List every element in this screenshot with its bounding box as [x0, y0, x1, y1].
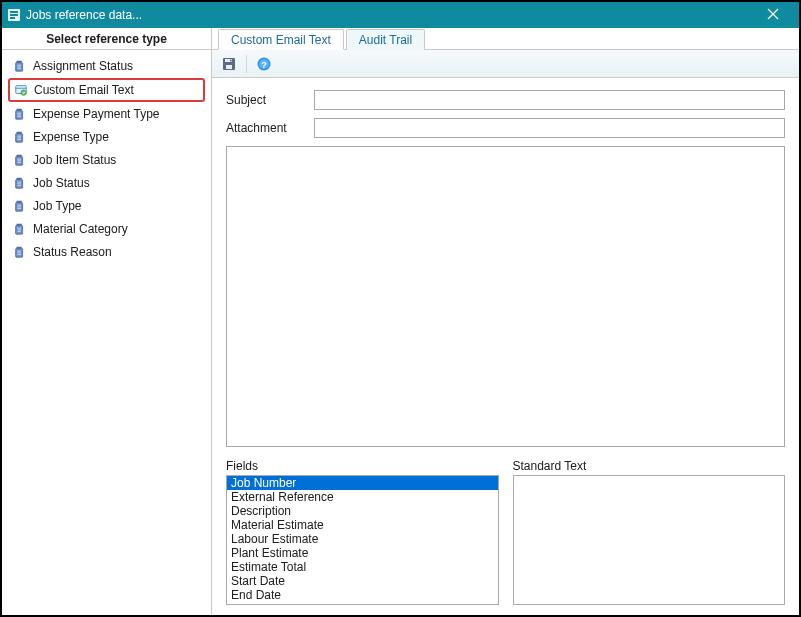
svg-rect-1 — [10, 11, 18, 13]
sidebar-item-assignment-status[interactable]: Assignment Status — [8, 55, 205, 77]
app-icon — [6, 7, 22, 23]
fields-column: Fields Job NumberExternal ReferenceDescr… — [226, 459, 499, 605]
sidebar-item-job-type[interactable]: Job Type — [8, 195, 205, 217]
svg-text:?: ? — [261, 59, 267, 69]
help-icon: ? — [256, 56, 272, 72]
reference-icon — [13, 245, 27, 259]
tab-strip: Custom Email TextAudit Trail — [212, 28, 799, 50]
sidebar-item-expense-type[interactable]: Expense Type — [8, 126, 205, 148]
fields-option[interactable]: Plant Estimate — [227, 546, 498, 560]
sidebar-item-job-item-status[interactable]: Job Item Status — [8, 149, 205, 171]
fields-option[interactable]: Estimate Total — [227, 560, 498, 574]
toolbar: ? — [212, 50, 799, 78]
fields-option[interactable]: End Date — [227, 588, 498, 602]
fields-label: Fields — [226, 459, 499, 473]
fields-option[interactable]: Start Date — [227, 574, 498, 588]
standard-text-textarea[interactable] — [513, 475, 786, 605]
reference-icon — [13, 130, 27, 144]
reference-icon — [13, 222, 27, 236]
reference-icon — [13, 153, 27, 167]
reference-icon — [13, 176, 27, 190]
attachment-row: Attachment — [226, 118, 785, 138]
reference-icon — [13, 59, 27, 73]
standard-text-label: Standard Text — [513, 459, 786, 473]
svg-rect-43 — [230, 59, 232, 61]
sidebar-item-label: Job Status — [33, 176, 90, 190]
sidebar: Select reference type Assignment StatusC… — [2, 28, 212, 615]
save-button[interactable] — [218, 53, 240, 75]
tab-custom-email-text[interactable]: Custom Email Text — [218, 29, 344, 50]
sidebar-item-expense-payment-type[interactable]: Expense Payment Type — [8, 103, 205, 125]
sidebar-item-label: Assignment Status — [33, 59, 133, 73]
lower-panels: Fields Job NumberExternal ReferenceDescr… — [226, 459, 785, 605]
tab-content: Subject Attachment Fields Job NumberExte… — [212, 78, 799, 615]
window: Jobs reference data... Select reference … — [0, 0, 801, 617]
right-pane: Custom Email TextAudit Trail ? — [212, 28, 799, 615]
window-title: Jobs reference data... — [26, 8, 142, 22]
subject-row: Subject — [226, 90, 785, 110]
subject-label: Subject — [226, 93, 306, 107]
sidebar-item-label: Job Type — [33, 199, 81, 213]
standard-text-column: Standard Text — [513, 459, 786, 605]
attachment-input[interactable] — [314, 118, 785, 138]
fields-option[interactable]: External Reference — [227, 490, 498, 504]
help-button[interactable]: ? — [253, 53, 275, 75]
svg-rect-42 — [226, 65, 232, 69]
reference-icon — [13, 107, 27, 121]
svg-rect-3 — [10, 17, 15, 19]
title-bar: Jobs reference data... — [2, 2, 799, 28]
sidebar-item-label: Expense Payment Type — [33, 107, 160, 121]
sidebar-item-material-category[interactable]: Material Category — [8, 218, 205, 240]
fields-option[interactable]: Job Number — [227, 476, 498, 490]
sidebar-header: Select reference type — [2, 28, 211, 50]
sidebar-list: Assignment StatusCustom Email TextExpens… — [2, 50, 211, 615]
sidebar-item-custom-email-text[interactable]: Custom Email Text — [8, 78, 205, 102]
subject-input[interactable] — [314, 90, 785, 110]
sidebar-item-job-status[interactable]: Job Status — [8, 172, 205, 194]
fields-list[interactable]: Job NumberExternal ReferenceDescriptionM… — [226, 475, 499, 605]
reference-icon — [14, 83, 28, 97]
svg-rect-2 — [10, 14, 18, 16]
floppy-disk-icon — [221, 56, 237, 72]
fields-option[interactable]: Description — [227, 504, 498, 518]
sidebar-item-label: Custom Email Text — [34, 83, 134, 97]
tab-audit-trail[interactable]: Audit Trail — [346, 29, 425, 50]
sidebar-item-status-reason[interactable]: Status Reason — [8, 241, 205, 263]
sidebar-item-label: Material Category — [33, 222, 128, 236]
sidebar-item-label: Job Item Status — [33, 153, 116, 167]
email-body-textarea[interactable] — [226, 146, 785, 447]
sidebar-item-label: Status Reason — [33, 245, 112, 259]
toolbar-separator — [246, 55, 247, 73]
reference-icon — [13, 199, 27, 213]
close-button[interactable] — [753, 7, 793, 23]
fields-option[interactable]: Material Estimate — [227, 518, 498, 532]
fields-option[interactable]: Labour Estimate — [227, 532, 498, 546]
attachment-label: Attachment — [226, 121, 306, 135]
window-body: Select reference type Assignment StatusC… — [2, 28, 799, 615]
sidebar-item-label: Expense Type — [33, 130, 109, 144]
